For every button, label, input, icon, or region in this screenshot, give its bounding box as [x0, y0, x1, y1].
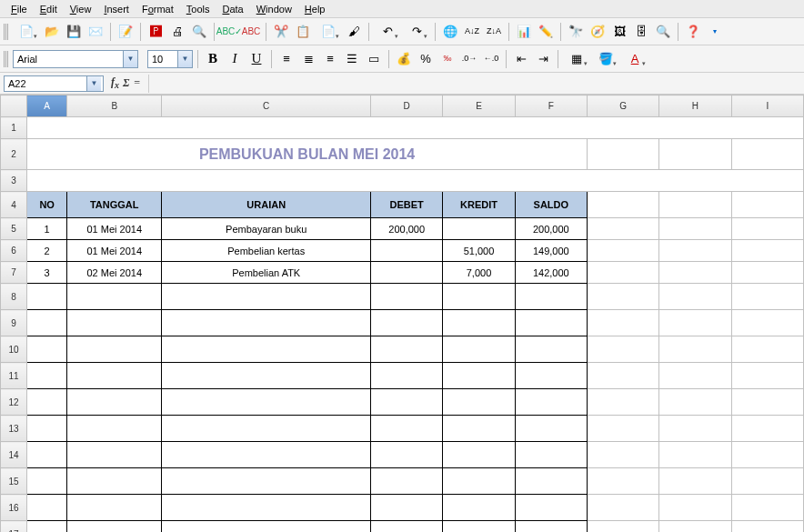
bold-button[interactable]: B: [203, 49, 223, 69]
cell[interactable]: 01 Mei 2014: [67, 218, 162, 240]
cell[interactable]: 1: [27, 218, 67, 240]
row-header[interactable]: 13: [1, 416, 27, 442]
row-header[interactable]: 12: [1, 389, 27, 416]
currency-button[interactable]: 💰: [394, 49, 414, 69]
row-header[interactable]: 10: [1, 336, 27, 363]
spellcheck-button[interactable]: ABC✓: [219, 22, 239, 42]
row-header[interactable]: 8: [1, 284, 27, 310]
menu-view[interactable]: View: [65, 2, 97, 16]
edit-doc-button[interactable]: 📝: [116, 22, 136, 42]
copy-button[interactable]: 📋: [293, 22, 313, 42]
col-header-I[interactable]: I: [731, 95, 803, 117]
underline-button[interactable]: U: [246, 49, 266, 69]
toolbar-grip-2[interactable]: [4, 51, 9, 67]
col-header-F[interactable]: F: [515, 95, 587, 117]
redo-button[interactable]: ↷: [403, 22, 430, 42]
row-header[interactable]: 3: [1, 170, 27, 192]
cell[interactable]: 51,000: [443, 240, 515, 262]
col-header-H[interactable]: H: [659, 95, 731, 117]
menu-tools[interactable]: Tools: [181, 2, 216, 16]
name-box-dropdown[interactable]: ▼: [86, 76, 101, 91]
row-header[interactable]: 2: [1, 139, 27, 170]
cell[interactable]: Pembayaran buku: [162, 218, 371, 240]
cell[interactable]: 142,000: [515, 262, 587, 284]
font-size-dropdown[interactable]: ▼: [177, 51, 192, 67]
cell[interactable]: 2: [27, 240, 67, 262]
font-name-dropdown[interactable]: ▼: [123, 51, 137, 67]
font-size-combo[interactable]: ▼: [147, 50, 193, 68]
menu-help[interactable]: Help: [299, 2, 331, 16]
percent-button[interactable]: %: [416, 49, 436, 69]
cell[interactable]: 200,000: [515, 218, 587, 240]
th-uraian[interactable]: URAIAN: [162, 192, 371, 218]
navigator-button[interactable]: 🧭: [588, 22, 608, 42]
row-header[interactable]: 4: [1, 192, 27, 218]
undo-button[interactable]: ↶: [374, 22, 401, 42]
menu-data[interactable]: Data: [216, 2, 248, 16]
row-header[interactable]: 11: [1, 363, 27, 389]
menu-edit[interactable]: Edit: [35, 2, 63, 16]
find-button[interactable]: 🔭: [566, 22, 586, 42]
row-header[interactable]: 16: [1, 495, 27, 521]
row-header[interactable]: 5: [1, 218, 27, 240]
decrease-indent-button[interactable]: ⇤: [511, 49, 531, 69]
cell[interactable]: Pembelian ATK: [162, 262, 371, 284]
whatsthis-button[interactable]: ▾: [705, 22, 725, 42]
print-button[interactable]: 🖨: [167, 22, 187, 42]
align-center-button[interactable]: ≣: [298, 49, 318, 69]
increase-indent-button[interactable]: ⇥: [533, 49, 553, 69]
email-button[interactable]: ✉️: [85, 22, 106, 42]
fontcolor-button[interactable]: A: [621, 49, 648, 69]
add-decimal-button[interactable]: .0→: [459, 49, 479, 69]
cell[interactable]: [371, 240, 443, 262]
new-doc-button[interactable]: 📄: [13, 22, 40, 42]
function-wizard-icon[interactable]: fx: [111, 75, 119, 90]
cell[interactable]: 01 Mei 2014: [67, 240, 162, 262]
chart-button[interactable]: 📊: [514, 22, 534, 42]
sort-desc-button[interactable]: Z↓A: [484, 22, 504, 42]
zoom-button[interactable]: 🔍: [653, 22, 673, 42]
align-left-button[interactable]: ≡: [276, 49, 296, 69]
font-name-input[interactable]: [14, 51, 123, 67]
format-paintbrush-button[interactable]: 🖌: [344, 22, 364, 42]
bgcolor-button[interactable]: 🪣: [592, 49, 619, 69]
cut-button[interactable]: ✂️: [271, 22, 291, 42]
cell[interactable]: 149,000: [515, 240, 587, 262]
cell[interactable]: [443, 218, 515, 240]
th-debet[interactable]: DEBET: [371, 192, 443, 218]
row-header[interactable]: 14: [1, 442, 27, 468]
font-size-input[interactable]: [148, 51, 177, 67]
toolbar-grip[interactable]: [4, 24, 9, 40]
select-all-corner[interactable]: [1, 95, 27, 117]
name-box[interactable]: ▼: [4, 75, 104, 92]
sum-icon[interactable]: Σ: [123, 76, 129, 90]
cell[interactable]: 02 Mei 2014: [67, 262, 162, 284]
cell[interactable]: 7,000: [443, 262, 515, 284]
sort-asc-button[interactable]: A↓Z: [462, 22, 482, 42]
cell[interactable]: 3: [27, 262, 67, 284]
borders-button[interactable]: ▦: [563, 49, 590, 69]
spreadsheet-grid[interactable]: A B C D E F G H I 1 2 PEMBUKUAN BULAN ME…: [0, 95, 804, 532]
merge-cells-button[interactable]: ▭: [364, 49, 384, 69]
print-preview-button[interactable]: 🔍: [189, 22, 209, 42]
col-header-C[interactable]: C: [162, 95, 371, 117]
menu-window[interactable]: Window: [251, 2, 297, 16]
th-saldo[interactable]: SALDO: [515, 192, 587, 218]
cell-reference-input[interactable]: [5, 76, 86, 91]
save-button[interactable]: 💾: [64, 22, 84, 42]
autospell-button[interactable]: ABC: [241, 22, 261, 42]
cell[interactable]: [371, 262, 443, 284]
col-header-D[interactable]: D: [371, 95, 443, 117]
row-header[interactable]: 6: [1, 240, 27, 262]
th-kredit[interactable]: KREDIT: [443, 192, 515, 218]
align-right-button[interactable]: ≡: [320, 49, 340, 69]
cell[interactable]: Pembelian kertas: [162, 240, 371, 262]
menu-format[interactable]: Format: [136, 2, 179, 16]
col-header-E[interactable]: E: [443, 95, 515, 117]
show-draw-button[interactable]: ✏️: [536, 22, 556, 42]
col-header-A[interactable]: A: [27, 95, 67, 117]
th-no[interactable]: NO: [27, 192, 67, 218]
col-header-G[interactable]: G: [587, 95, 658, 117]
menu-insert[interactable]: Insert: [98, 2, 135, 16]
gallery-button[interactable]: 🖼: [609, 22, 629, 42]
